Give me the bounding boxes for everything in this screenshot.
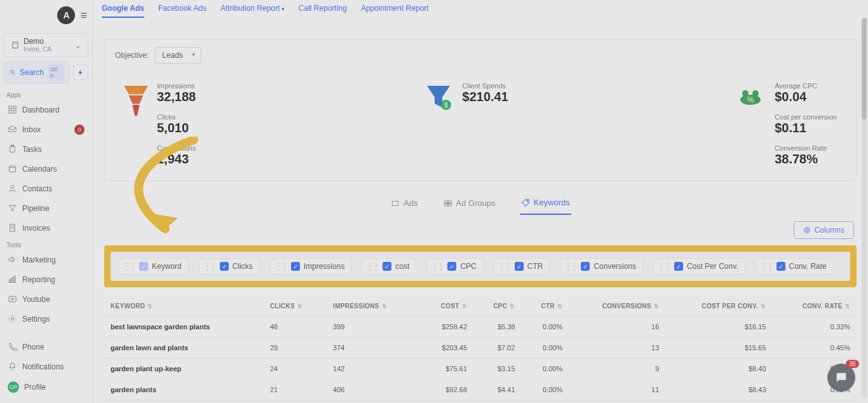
sidebar-item-label: Notifications bbox=[22, 362, 64, 371]
objective-select[interactable]: Leads bbox=[155, 47, 201, 64]
table-row[interactable]: best lawnspace garden plants48399$258.42… bbox=[104, 317, 857, 338]
chat-fab[interactable]: 36 bbox=[827, 364, 855, 392]
checkbox-icon[interactable]: ✓ bbox=[776, 262, 785, 271]
svg-point-13 bbox=[11, 186, 14, 189]
th-conv-rate[interactable]: CONV. RATE⇅ bbox=[773, 296, 857, 317]
svg-rect-8 bbox=[13, 111, 16, 113]
tab-call-reporting[interactable]: Call Reporting bbox=[299, 4, 347, 18]
column-chip-impressions[interactable]: ⋮⋮✓Impressions bbox=[270, 258, 352, 275]
table-row[interactable]: garden plant up-keep24142$75.61$3.150.00… bbox=[104, 359, 857, 379]
objective-row: Objective: Leads bbox=[105, 39, 856, 71]
drag-handle-icon[interactable]: ⋮⋮ bbox=[658, 262, 670, 271]
stat-conversions: Conversions 1,943 bbox=[157, 144, 196, 167]
drag-handle-icon[interactable]: ⋮⋮ bbox=[366, 262, 379, 271]
checkbox-icon[interactable]: ✓ bbox=[291, 262, 300, 271]
sidebar-item-reporting[interactable]: Reporting bbox=[0, 270, 92, 289]
account-location: Irvine, CA bbox=[24, 46, 51, 53]
columns-button[interactable]: Columns bbox=[794, 221, 854, 239]
drag-handle-icon[interactable]: ⋮⋮ bbox=[123, 262, 135, 271]
sidebar-item-pipeline[interactable]: Pipeline bbox=[0, 198, 92, 218]
sidebar-item-invoices[interactable]: Invoices bbox=[0, 218, 92, 238]
sidebar-item-label: Pipeline bbox=[22, 204, 50, 213]
sidebar-item-contacts[interactable]: Contacts bbox=[0, 179, 92, 198]
sidebar-item-tasks[interactable]: Tasks bbox=[0, 139, 92, 159]
account-selector[interactable]: Demo Irvine, CA ⌄ bbox=[4, 33, 88, 57]
svg-rect-20 bbox=[9, 296, 16, 302]
th-conversions[interactable]: CONVERSIONS⇅ bbox=[569, 296, 665, 317]
tab-appointment-report[interactable]: Appointment Report bbox=[361, 4, 429, 18]
column-chip-cpc[interactable]: ⋮⋮✓CPC bbox=[426, 258, 483, 275]
table-row[interactable]: garden lawn and plants29374$203.45$7.020… bbox=[104, 338, 857, 359]
gear-icon bbox=[8, 314, 17, 324]
receipt-icon bbox=[8, 223, 17, 233]
drag-handle-icon[interactable]: ⋮⋮ bbox=[203, 262, 216, 271]
th-clicks[interactable]: CLICKS⇅ bbox=[264, 296, 327, 317]
drag-handle-icon[interactable]: ⋮⋮ bbox=[431, 262, 444, 271]
checkbox-icon[interactable]: ✓ bbox=[447, 262, 456, 271]
tab-facebook-ads[interactable]: Facebook Ads bbox=[158, 4, 207, 18]
column-chip-ctr[interactable]: ⋮⋮✓CTR bbox=[494, 258, 550, 275]
checkbox-icon[interactable]: ✓ bbox=[220, 262, 229, 271]
checkbox-icon[interactable]: ✓ bbox=[383, 262, 391, 271]
th-cost[interactable]: COST⇅ bbox=[419, 296, 473, 317]
sidebar-item-calendars[interactable]: Calendars bbox=[0, 159, 92, 179]
subtab-ad-groups[interactable]: Ad Groups bbox=[442, 193, 497, 215]
sidebar-item-youtube[interactable]: Youtube bbox=[0, 289, 92, 309]
tab-attribution-report[interactable]: Attribution Report bbox=[220, 4, 285, 18]
search-button[interactable]: Search ctrl K bbox=[4, 61, 69, 84]
th-cpc[interactable]: CPC⇅ bbox=[473, 296, 521, 317]
svg-marker-25 bbox=[132, 105, 139, 116]
objective-label: Objective: bbox=[115, 51, 149, 60]
th-ctr[interactable]: CTR⇅ bbox=[522, 296, 569, 317]
drag-handle-icon[interactable]: ⋮⋮ bbox=[564, 262, 577, 271]
scrollbar-thumb[interactable] bbox=[862, 18, 867, 120]
table-row[interactable]: garden plants21406$92.68$4.410.00%11$8.4… bbox=[104, 379, 857, 400]
menu-toggle-icon[interactable]: ≡ bbox=[80, 9, 87, 22]
stat-impressions: Impressions 32,188 bbox=[157, 82, 196, 104]
th-cost-per-conv-[interactable]: COST PER CONV.⇅ bbox=[665, 296, 772, 317]
column-chip-conv-rate[interactable]: ⋮⋮✓Conv. Rate bbox=[756, 258, 834, 275]
sidebar-item-inbox[interactable]: Inbox0 bbox=[0, 120, 92, 139]
sidebar-item-dashboard[interactable]: Dashboard bbox=[0, 100, 92, 120]
sidebar-item-phone[interactable]: Phone bbox=[0, 337, 92, 357]
sidebar-item-notifications[interactable]: Notifications bbox=[0, 357, 92, 376]
sidebar-item-marketing[interactable]: Marketing bbox=[0, 250, 92, 270]
quick-action-button[interactable] bbox=[73, 65, 88, 80]
subtab-keywords[interactable]: Keywords bbox=[520, 193, 571, 215]
svg-point-36 bbox=[527, 200, 528, 202]
columns-icon bbox=[803, 226, 811, 234]
checkbox-icon[interactable]: ✓ bbox=[674, 262, 683, 271]
sidebar-item-label: Dashboard bbox=[22, 106, 60, 114]
checkbox-icon[interactable]: ✓ bbox=[515, 262, 524, 271]
sidebar-item-settings[interactable]: Settings bbox=[0, 309, 92, 329]
phone-icon bbox=[8, 342, 17, 352]
svg-rect-18 bbox=[11, 278, 13, 283]
sidebar-item-profile[interactable]: GPProfile bbox=[0, 376, 92, 398]
checkbox-icon[interactable]: ✓ bbox=[139, 262, 148, 271]
drag-handle-icon[interactable]: ⋮⋮ bbox=[498, 262, 511, 271]
column-chip-conversions[interactable]: ⋮⋮✓Conversions bbox=[560, 258, 643, 275]
adgroup-icon bbox=[444, 199, 452, 208]
stats-left: Impressions 32,188 Clicks 5,010 Conversi… bbox=[124, 82, 196, 167]
drag-handle-icon[interactable]: ⋮⋮ bbox=[275, 262, 287, 271]
th-keyword[interactable]: KEYWORD⇅ bbox=[104, 296, 264, 317]
stat-cost-per-conv: Cost per conversion $0.11 bbox=[775, 113, 837, 135]
table-row[interactable]: office lawn and gardening18495$261.05$14… bbox=[104, 400, 857, 404]
drag-handle-icon[interactable]: ⋮⋮ bbox=[760, 262, 773, 271]
account-info: Demo Irvine, CA bbox=[24, 38, 51, 53]
svg-marker-24 bbox=[129, 95, 144, 104]
sort-icon: ⇅ bbox=[510, 303, 515, 310]
column-chip-clicks[interactable]: ⋮⋮✓Clicks bbox=[199, 258, 260, 275]
column-chip-cost-per-conv-[interactable]: ⋮⋮✓Cost Per Conv. bbox=[653, 258, 745, 275]
chat-badge: 36 bbox=[846, 360, 859, 368]
column-chip-cost[interactable]: ⋮⋮✓cost bbox=[362, 258, 416, 275]
sidebar-item-label: Marketing bbox=[22, 256, 56, 264]
column-chip-keyword[interactable]: ⋮⋮✓Keyword bbox=[118, 258, 189, 275]
subtab-ads[interactable]: Ads bbox=[390, 193, 419, 215]
tab-google-ads[interactable]: Google Ads bbox=[102, 4, 144, 18]
play-icon bbox=[8, 294, 17, 304]
sort-icon: ⇅ bbox=[654, 303, 659, 310]
sidebar-item-label: Phone bbox=[22, 343, 44, 352]
th-impressions[interactable]: IMPRESSIONS⇅ bbox=[327, 296, 419, 317]
checkbox-icon[interactable]: ✓ bbox=[581, 262, 590, 271]
